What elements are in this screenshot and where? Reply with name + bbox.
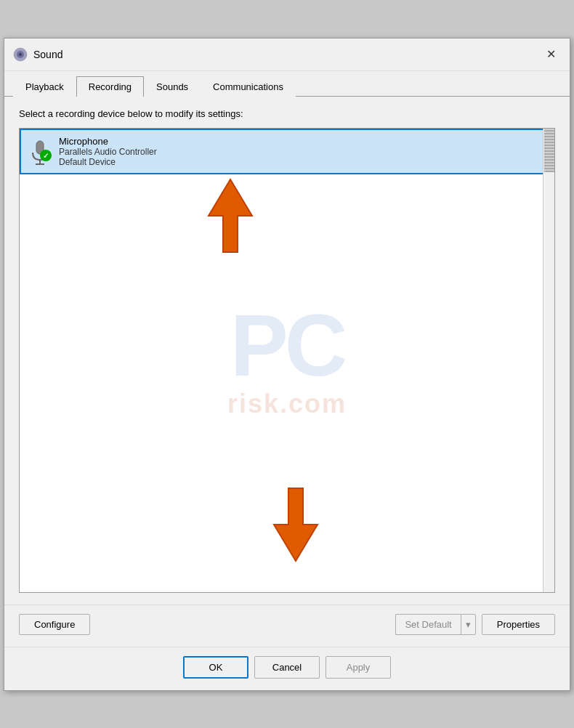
svg-marker-8 bbox=[274, 488, 318, 561]
scrollbar[interactable] bbox=[543, 129, 554, 592]
properties-button[interactable]: Properties bbox=[482, 614, 555, 635]
device-controller: Parallels Audio Controller bbox=[59, 147, 546, 157]
svg-marker-7 bbox=[209, 179, 252, 252]
configure-button[interactable]: Configure bbox=[19, 614, 90, 635]
svg-point-2 bbox=[19, 53, 22, 56]
arrow-up-indicator bbox=[194, 172, 267, 262]
tab-communications[interactable]: Communications bbox=[201, 76, 296, 97]
title-bar: Sound ✕ bbox=[4, 39, 570, 71]
device-list[interactable]: PC risk.com ✓ Microphone Par bbox=[19, 128, 555, 593]
tab-playback[interactable]: Playback bbox=[13, 76, 76, 97]
scrollbar-thumb[interactable] bbox=[544, 129, 554, 172]
tab-content: Select a recording device below to modif… bbox=[4, 97, 570, 604]
arrow-down-indicator bbox=[259, 481, 332, 570]
device-status: Default Device bbox=[59, 157, 546, 167]
window-title: Sound bbox=[33, 49, 62, 60]
tab-sounds[interactable]: Sounds bbox=[144, 76, 201, 97]
device-item-microphone[interactable]: ✓ Microphone Parallels Audio Controller … bbox=[20, 129, 554, 174]
speaker-icon bbox=[13, 47, 28, 62]
default-properties-container: Set Default ▾ Properties bbox=[395, 614, 555, 635]
watermark-pc-text: PC bbox=[230, 302, 344, 389]
cancel-button[interactable]: Cancel bbox=[254, 656, 320, 679]
watermark-risk-text: risk.com bbox=[227, 389, 347, 419]
set-default-group: Set Default ▾ bbox=[395, 614, 475, 635]
action-buttons: Configure Set Default ▾ Properties bbox=[4, 604, 570, 647]
apply-button[interactable]: Apply bbox=[326, 656, 391, 679]
device-name: Microphone bbox=[59, 136, 546, 147]
tab-bar: Playback Recording Sounds Communications bbox=[4, 71, 570, 97]
ok-button[interactable]: OK bbox=[183, 656, 248, 679]
set-default-button[interactable]: Set Default bbox=[395, 614, 460, 635]
dialog-footer: OK Cancel Apply bbox=[4, 647, 570, 690]
set-default-dropdown[interactable]: ▾ bbox=[461, 614, 476, 635]
device-icon-container: ✓ bbox=[28, 139, 52, 163]
default-device-check: ✓ bbox=[40, 150, 52, 161]
tab-recording[interactable]: Recording bbox=[76, 76, 144, 97]
watermark: PC risk.com bbox=[63, 172, 511, 549]
device-info: Microphone Parallels Audio Controller De… bbox=[59, 136, 546, 167]
title-bar-left: Sound bbox=[13, 47, 62, 62]
instruction-text: Select a recording device below to modif… bbox=[19, 108, 555, 119]
sound-dialog: Sound ✕ Playback Recording Sounds Commun… bbox=[4, 38, 570, 691]
configure-container: Configure bbox=[19, 614, 90, 635]
close-button[interactable]: ✕ bbox=[541, 44, 561, 65]
